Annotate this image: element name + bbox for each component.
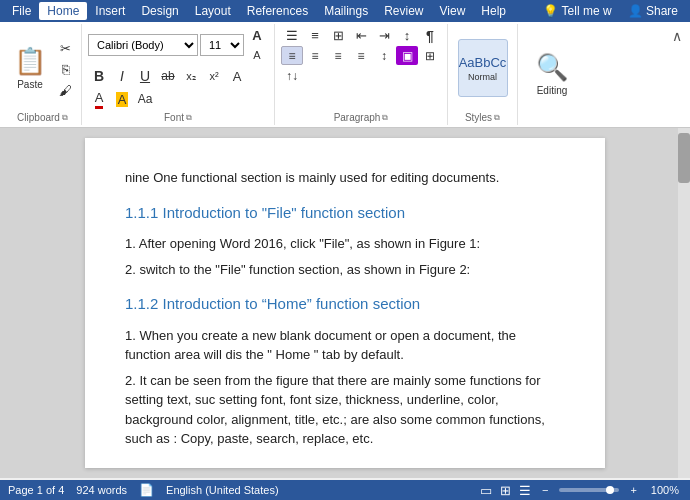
zoom-slider[interactable] [559,488,619,492]
font-size-selector[interactable]: 11 [200,34,244,56]
styles-expand-icon[interactable]: ⧉ [494,113,500,123]
justify-button[interactable]: ≡ [350,46,372,65]
clear-format-button[interactable]: A [226,65,248,87]
shading-button[interactable]: ▣ [396,46,418,65]
bold-button[interactable]: B [88,65,110,87]
menu-mailings[interactable]: Mailings [316,2,376,20]
intro-text: nine One functional section is mainly us… [125,168,565,188]
menu-bar: File Home Insert Design Layout Reference… [0,0,690,22]
section2-heading: 1.1.2 Introduction to “Home” function se… [125,293,565,316]
zoom-thumb[interactable] [606,486,614,494]
document-area: nine One functional section is mainly us… [0,128,690,478]
font-expand-icon[interactable]: ⧉ [186,113,192,123]
status-bar: Page 1 of 4 924 words 📄 English (United … [0,480,690,500]
menu-references[interactable]: References [239,2,316,20]
lightbulb-icon: 💡 [543,4,558,18]
highlight-button[interactable]: A [111,88,133,110]
sort-button[interactable]: ↕ [396,26,418,45]
menu-share[interactable]: 👤 Share [620,2,686,20]
numbered-list-button[interactable]: ≡ [304,26,326,45]
font-label: Font ⧉ [88,110,268,123]
menu-design[interactable]: Design [133,2,186,20]
font-grow-button[interactable]: A [246,26,268,45]
multilevel-list-button[interactable]: ⊞ [327,26,349,45]
menu-file[interactable]: File [4,2,39,20]
increase-indent-button[interactable]: ⇥ [373,26,395,45]
view-print-icon[interactable]: ▭ [480,483,492,498]
menu-layout[interactable]: Layout [187,2,239,20]
section2-item2: 2. It can be seen from the figure that t… [125,371,565,449]
decrease-indent-button[interactable]: ⇤ [350,26,372,45]
status-right-group: ▭ ⊞ ☰ − + 100% [480,483,682,498]
collapse-ribbon-button[interactable]: ∧ [668,26,686,46]
border-button[interactable]: ⊞ [419,46,441,65]
scrollbar-track[interactable] [678,128,690,478]
change-case-button[interactable]: Aa [134,88,156,110]
person-icon: 👤 [628,4,643,18]
cut-icon: ✂ [60,41,71,56]
text-color-button[interactable]: A [88,88,110,110]
bullet-list-button[interactable]: ☰ [281,26,303,45]
copy-button[interactable]: ⎘ [54,60,77,79]
subscript-button[interactable]: x₂ [180,65,202,87]
doc-check-icon: 📄 [139,483,154,497]
ribbon: 📋 Paste ✂ ⎘ 🖌 Clipboard ⧉ [0,22,690,128]
menu-help[interactable]: Help [473,2,514,20]
scrollbar-thumb[interactable] [678,133,690,183]
para-spacing-button[interactable]: ↑↓ [281,66,303,85]
format-painter-icon: 🖌 [59,83,72,98]
paste-button[interactable]: 📋 Paste [8,40,52,96]
font-color-a-icon: A [95,90,104,109]
section1-item1: 1. After opening Word 2016, click "File"… [125,234,565,254]
document-page: nine One functional section is mainly us… [85,138,605,468]
menu-review[interactable]: Review [376,2,431,20]
underline-button[interactable]: U [134,65,156,87]
menu-home[interactable]: Home [39,2,87,20]
font-family-selector[interactable]: Calibri (Body) [88,34,198,56]
word-count: 924 words [76,484,127,496]
zoom-out-button[interactable]: − [539,484,551,496]
styles-label: Styles ⧉ [456,110,509,123]
font-shrink-button[interactable]: A [246,45,268,64]
editing-label [526,121,578,123]
shading-icon: ▣ [402,49,413,63]
superscript-button[interactable]: x² [203,65,225,87]
page-info: Page 1 of 4 [8,484,64,496]
styles-button[interactable]: AaBbCc Normal [458,39,508,97]
search-magnify-icon: 🔍 [536,52,568,83]
paste-icon: 📋 [14,46,46,77]
clipboard-expand-icon[interactable]: ⧉ [62,113,68,123]
align-left-button[interactable]: ≡ [281,46,303,65]
section1-heading: 1.1.1 Introduction to "File" function se… [125,202,565,225]
italic-button[interactable]: I [111,65,133,87]
line-spacing-button[interactable]: ↕ [373,46,395,65]
show-formatting-button[interactable]: ¶ [419,26,441,45]
align-center-button[interactable]: ≡ [304,46,326,65]
ribbon-main: 📋 Paste ✂ ⎘ 🖌 Clipboard ⧉ [0,22,690,127]
view-read-icon[interactable]: ☰ [519,483,531,498]
zoom-level[interactable]: 100% [648,484,682,496]
menu-view[interactable]: View [432,2,474,20]
editing-button[interactable]: 🔍 Editing [526,45,578,103]
clipboard-label: Clipboard ⧉ [8,110,77,123]
section1-item2: 2. switch to the "File" function section… [125,260,565,280]
strikethrough-button[interactable]: ab [157,65,179,87]
section2-item1: 1. When you create a new blank document … [125,326,565,365]
cut-button[interactable]: ✂ [54,39,77,58]
paragraph-expand-icon[interactable]: ⧉ [382,113,388,123]
view-web-icon[interactable]: ⊞ [500,483,511,498]
menu-insert[interactable]: Insert [87,2,133,20]
format-painter-button[interactable]: 🖌 [54,81,77,100]
align-right-button[interactable]: ≡ [327,46,349,65]
language[interactable]: English (United States) [166,484,279,496]
paragraph-label: Paragraph ⧉ [281,110,441,123]
zoom-in-button[interactable]: + [627,484,639,496]
highlight-icon: A [116,92,129,107]
copy-icon: ⎘ [62,62,70,77]
menu-tell-me[interactable]: 💡 Tell me w [535,2,620,20]
